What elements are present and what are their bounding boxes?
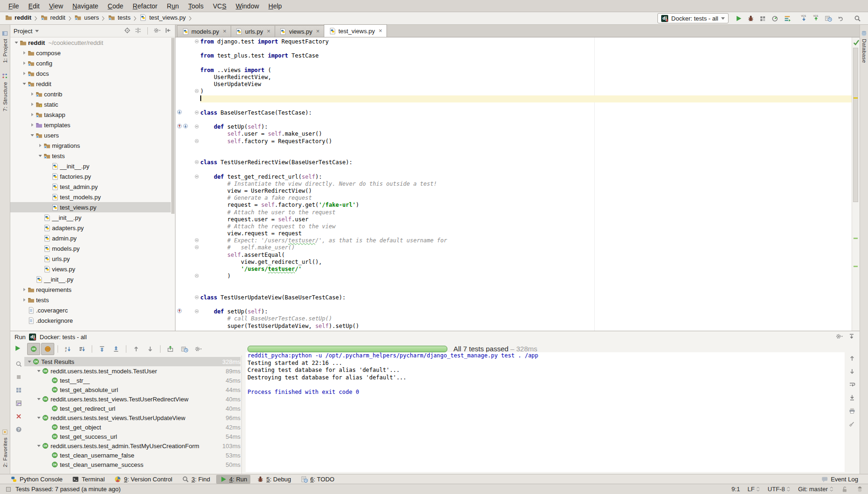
scrollbar-thumb[interactable] bbox=[853, 48, 858, 202]
tree-item-docs[interactable]: docs bbox=[10, 68, 171, 79]
expand-arrow-icon[interactable] bbox=[21, 287, 28, 292]
fold-open-icon[interactable] bbox=[195, 174, 199, 181]
test-row-test-results[interactable]: OKTest Results328ms bbox=[24, 357, 241, 366]
hide-panel-button[interactable] bbox=[848, 333, 855, 341]
code-line[interactable]: class TestUserRedirectView(BaseUserTestC… bbox=[175, 159, 852, 166]
options-button[interactable] bbox=[192, 343, 205, 355]
hide-panel-button[interactable] bbox=[164, 27, 172, 35]
status-9-1[interactable]: 9:1 bbox=[731, 486, 740, 493]
code-line[interactable] bbox=[175, 45, 852, 52]
menu-file[interactable]: File bbox=[4, 2, 24, 10]
code-line[interactable]: # Attach the request to the view bbox=[175, 223, 852, 230]
expand-arrow-icon[interactable] bbox=[29, 123, 36, 127]
tree-item-taskapp[interactable]: taskapp bbox=[10, 109, 171, 120]
code-line[interactable] bbox=[175, 95, 852, 102]
vcs-commit-button[interactable]: VCS bbox=[810, 13, 822, 23]
collapse-arrow-icon[interactable] bbox=[21, 81, 28, 86]
filter-tests-button[interactable] bbox=[15, 360, 22, 369]
code-line[interactable]: UserRedirectView, bbox=[175, 74, 852, 81]
tree-item-requirements[interactable]: requirements bbox=[10, 284, 171, 295]
run-button[interactable] bbox=[732, 13, 744, 23]
close-tab-icon[interactable]: × bbox=[223, 29, 226, 34]
status-hector[interactable] bbox=[856, 486, 863, 493]
expand-arrow-icon[interactable] bbox=[21, 71, 28, 76]
collapse-arrow-icon[interactable] bbox=[26, 359, 33, 364]
code-line[interactable] bbox=[175, 145, 852, 152]
test-row-test-get-redirect-url[interactable]: OKtest_get_redirect_url40ms bbox=[24, 404, 241, 413]
code-line[interactable]: from test_plus.test import TestCase bbox=[175, 52, 852, 59]
code-line[interactable]: view.request = request bbox=[175, 230, 852, 237]
menu-navigate[interactable]: Navigate bbox=[68, 2, 103, 10]
status-git-master[interactable]: Git: master bbox=[798, 486, 833, 493]
toolwindow-terminal[interactable]: Terminal bbox=[69, 475, 108, 484]
tree-item-views-py[interactable]: views.py bbox=[10, 264, 171, 274]
code-line[interactable]: class TestUserUpdateView(BaseUserTestCas… bbox=[175, 294, 852, 301]
code-line[interactable]: class BaseUserTestCase(TestCase): bbox=[175, 109, 852, 116]
scroll-to-end-button[interactable] bbox=[848, 394, 856, 403]
code-line[interactable]: view = UserRedirectView() bbox=[175, 188, 852, 195]
expand-arrow-icon[interactable] bbox=[21, 51, 28, 55]
code-line[interactable]: ) bbox=[175, 273, 852, 280]
collapse-all-button[interactable] bbox=[109, 343, 123, 355]
export-test-results-button[interactable] bbox=[164, 343, 177, 355]
fold-open-icon[interactable] bbox=[195, 124, 199, 131]
code-line[interactable]: # Generate a fake request bbox=[175, 195, 852, 202]
breadcrumb-test-views-py[interactable]: test_views.py bbox=[139, 14, 186, 22]
expand-arrow-icon[interactable] bbox=[21, 61, 28, 65]
tree-item-static[interactable]: static bbox=[10, 99, 171, 109]
expand-all-button[interactable] bbox=[95, 343, 109, 355]
vcs-update-button[interactable]: VCS bbox=[798, 13, 810, 23]
sort-by-duration-button[interactable] bbox=[75, 343, 88, 355]
run-configurations-button[interactable] bbox=[781, 13, 793, 23]
chevron-down-icon[interactable] bbox=[35, 30, 39, 32]
fold-open-icon[interactable] bbox=[195, 308, 199, 315]
tree-item-config[interactable]: config bbox=[10, 58, 171, 68]
tree-item-factories-py[interactable]: factories.py bbox=[10, 171, 171, 182]
code-line[interactable]: # call BaseUserTestCase.setUp() bbox=[175, 315, 852, 322]
code-line[interactable]: request.user = self.user bbox=[175, 216, 852, 223]
tool-button-2-favorites[interactable]: 2: Favorites bbox=[1, 428, 9, 467]
collapse-arrow-icon[interactable] bbox=[29, 133, 36, 138]
test-row-test-clean-username-false[interactable]: OKtest_clean_username_false53ms bbox=[24, 450, 241, 460]
code-line[interactable]: def setUp(self): bbox=[175, 124, 852, 131]
code-line[interactable]: request = self.factory.get('/fake-url') bbox=[175, 202, 852, 209]
test-row-test-get-object[interactable]: OKtest_get_object42ms bbox=[24, 422, 241, 432]
status-message[interactable]: Tests Passed: 7 passed (a minute ago) bbox=[5, 486, 121, 493]
test-row-test-str[interactable]: OKtest__str__45ms bbox=[24, 376, 241, 385]
next-failed-test-button[interactable] bbox=[144, 343, 157, 355]
project-scrollbar[interactable] bbox=[171, 38, 175, 214]
menu-vcs[interactable]: VCS bbox=[208, 2, 231, 10]
code-line[interactable] bbox=[175, 166, 852, 173]
menu-help[interactable]: Help bbox=[264, 2, 287, 10]
code-line[interactable]: # Instantiate the view directly. Never d… bbox=[175, 181, 852, 188]
editor-body[interactable]: from django.test import RequestFactoryfr… bbox=[175, 37, 852, 331]
tree-item-reddit[interactable]: reddit bbox=[10, 79, 171, 89]
fold-close-icon[interactable] bbox=[195, 138, 199, 145]
menu-window[interactable]: Window bbox=[231, 2, 264, 10]
collapse-arrow-icon[interactable] bbox=[36, 415, 42, 420]
tree-item-adapters-py[interactable]: adapters.py bbox=[10, 223, 171, 233]
settings-button[interactable] bbox=[836, 333, 843, 341]
code-line[interactable]: ) bbox=[175, 88, 852, 95]
code-line[interactable]: # Attach the user to the request bbox=[175, 209, 852, 216]
expand-arrow-icon[interactable] bbox=[29, 92, 36, 96]
code-line[interactable]: # Expect: '/users/testuser/', as that is… bbox=[175, 237, 852, 244]
collapse-arrow-icon[interactable] bbox=[13, 40, 20, 45]
code-view[interactable]: from django.test import RequestFactoryfr… bbox=[175, 37, 852, 330]
tab-urls-py[interactable]: urls.py× bbox=[231, 25, 275, 37]
code-line[interactable] bbox=[175, 280, 852, 287]
fold-close-icon[interactable] bbox=[195, 244, 199, 251]
tree-item-coveragerc[interactable]: .coveragerc bbox=[10, 305, 171, 315]
code-line[interactable]: super(TestUserUpdateView, self).setUp() bbox=[175, 323, 852, 330]
code-line[interactable]: view.get_redirect_url(), bbox=[175, 259, 852, 266]
code-line[interactable] bbox=[175, 287, 852, 294]
code-line[interactable] bbox=[175, 301, 852, 308]
breadcrumb-users[interactable]: users bbox=[74, 14, 99, 22]
fold-open-icon[interactable] bbox=[195, 38, 199, 45]
profiler-button[interactable] bbox=[769, 14, 781, 24]
menu-tools[interactable]: Tools bbox=[183, 2, 208, 10]
menu-code[interactable]: Code bbox=[103, 2, 128, 10]
collapse-arrow-icon[interactable] bbox=[36, 443, 42, 448]
code-line[interactable]: self.assertEqual( bbox=[175, 252, 852, 259]
run-configuration-select[interactable]: dj Docker: tests - all bbox=[657, 13, 729, 23]
